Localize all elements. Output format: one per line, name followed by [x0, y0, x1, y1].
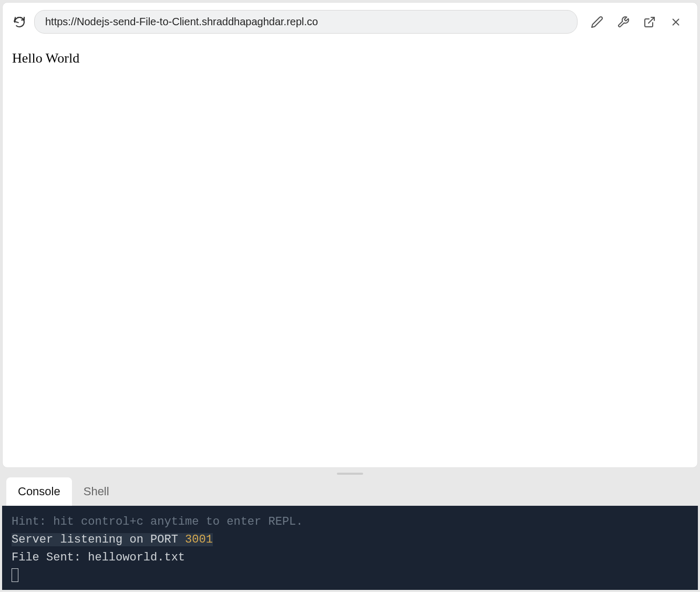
tabs-bar: Console Shell [2, 477, 698, 506]
tab-shell[interactable]: Shell [72, 477, 121, 506]
console-port-number: 3001 [185, 533, 213, 546]
close-button[interactable] [669, 15, 683, 29]
console-line-hint: Hint: hit control+c anytime to enter REP… [12, 513, 688, 531]
page-content: Hello World [3, 41, 697, 467]
resize-grip-icon [337, 473, 363, 475]
browser-panel: Hello World [2, 2, 698, 468]
browser-toolbar [3, 3, 697, 41]
console-filesent-text: File Sent: helloworld.txt [12, 551, 185, 564]
console-panel: Console Shell Hint: hit control+c anytim… [2, 477, 698, 590]
console-hint-text: Hint: hit control+c anytime to enter REP… [12, 515, 303, 528]
close-icon [670, 16, 682, 28]
console-output[interactable]: Hint: hit control+c anytime to enter REP… [2, 506, 698, 590]
wrench-icon [617, 16, 630, 28]
url-input[interactable] [34, 10, 578, 34]
page-text: Hello World [12, 50, 79, 66]
console-cursor-line [12, 567, 688, 585]
toolbar-actions [585, 15, 688, 29]
edit-button[interactable] [590, 15, 604, 29]
pencil-icon [591, 16, 603, 28]
refresh-icon [13, 16, 26, 28]
console-server-text: Server listening on PORT [12, 533, 185, 546]
console-line-server: Server listening on PORT 3001 [12, 531, 688, 549]
tab-console[interactable]: Console [6, 477, 72, 506]
open-external-button[interactable] [643, 15, 656, 29]
svg-line-0 [648, 17, 654, 23]
external-link-icon [643, 16, 656, 28]
refresh-button[interactable] [12, 15, 27, 29]
devtools-button[interactable] [616, 15, 630, 29]
panel-resize-handle[interactable] [0, 470, 700, 477]
console-line-filesent: File Sent: helloworld.txt [12, 549, 688, 567]
cursor-icon [12, 568, 18, 582]
